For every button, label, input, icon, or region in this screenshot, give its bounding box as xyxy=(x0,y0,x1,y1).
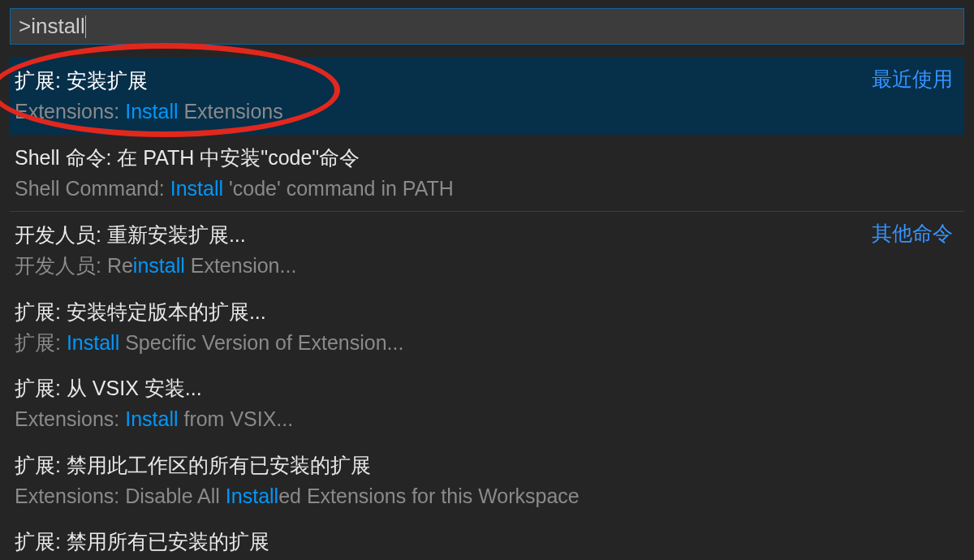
command-input[interactable]: >install xyxy=(11,14,963,39)
results-list: 扩展: 安装扩展 Extensions: Install Extensions … xyxy=(10,58,964,560)
result-item-shell-install-code[interactable]: Shell 命令: 在 PATH 中安装"code"命令 Shell Comma… xyxy=(10,135,964,212)
result-title: 扩展: 禁用此工作区的所有已安装的扩展 xyxy=(15,450,959,480)
input-value: install xyxy=(31,14,84,38)
result-title: 扩展: 从 VSIX 安装... xyxy=(15,373,959,403)
result-item-disable-all-extensions[interactable]: 扩展: 禁用所有已安装的扩展 Extensions: Disable All I… xyxy=(10,519,964,560)
result-title: 开发人员: 重新安装扩展... xyxy=(15,220,959,249)
result-subtitle: Extensions: Install Extensions xyxy=(15,97,959,126)
result-item-disable-workspace-extensions[interactable]: 扩展: 禁用此工作区的所有已安装的扩展 Extensions: Disable … xyxy=(10,442,964,519)
text-cursor xyxy=(85,15,86,38)
tag-recent: 最近使用 xyxy=(872,66,953,93)
result-title: 扩展: 禁用所有已安装的扩展 xyxy=(15,527,959,556)
result-subtitle: Extensions: Disable All Installed Extens… xyxy=(15,481,959,510)
result-title: 扩展: 安装特定版本的扩展... xyxy=(15,297,959,326)
result-item-install-extensions[interactable]: 扩展: 安装扩展 Extensions: Install Extensions … xyxy=(10,58,964,135)
result-subtitle: Shell Command: Install 'code' command in… xyxy=(15,174,959,203)
result-item-install-specific-version[interactable]: 扩展: 安装特定版本的扩展... 扩展: Install Specific Ve… xyxy=(10,289,964,366)
result-subtitle: 开发人员: Reinstall Extension... xyxy=(15,251,959,280)
tag-other: 其他命令 xyxy=(872,220,953,247)
result-item-install-from-vsix[interactable]: 扩展: 从 VSIX 安装... Extensions: Install fro… xyxy=(10,365,964,442)
result-subtitle: Extensions: Install from VSIX... xyxy=(15,404,959,433)
result-item-reinstall-extension[interactable]: 开发人员: 重新安装扩展... 开发人员: Reinstall Extensio… xyxy=(10,211,964,289)
result-title: Shell 命令: 在 PATH 中安装"code"命令 xyxy=(15,143,959,172)
input-prefix: > xyxy=(19,14,31,38)
result-subtitle: 扩展: Install Specific Version of Extensio… xyxy=(15,328,959,357)
command-palette: >install 扩展: 安装扩展 Extensions: Install Ex… xyxy=(0,0,974,560)
command-input-wrapper[interactable]: >install xyxy=(10,8,964,45)
result-title: 扩展: 安装扩展 xyxy=(15,66,959,95)
